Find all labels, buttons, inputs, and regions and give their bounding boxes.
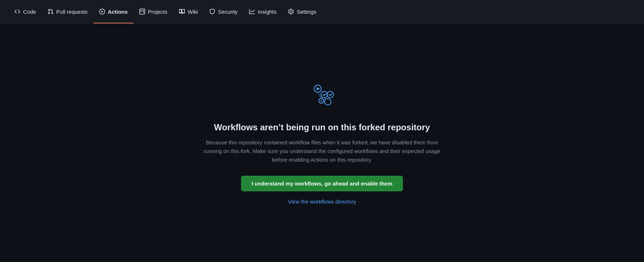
nav-item-actions[interactable]: Actions	[93, 0, 134, 23]
nav-label-code: Code	[23, 9, 36, 15]
nav-label-pull-requests: Pull requests	[56, 9, 88, 15]
page-title: Workflows aren’t being run on this forke…	[214, 122, 430, 132]
svg-marker-1	[317, 87, 320, 90]
nav-label-settings: Settings	[297, 9, 316, 15]
actions-icon	[99, 9, 105, 14]
enable-workflows-button[interactable]: I understand my workflows, go ahead and …	[241, 176, 403, 191]
nav-item-insights[interactable]: Insights	[243, 0, 282, 23]
nav-bar: Code Pull requests Actions Projects	[0, 0, 644, 23]
code-icon	[14, 9, 20, 14]
svg-line-8	[321, 92, 324, 92]
nav-item-code[interactable]: Code	[9, 0, 42, 23]
nav-label-actions: Actions	[108, 9, 128, 15]
nav-item-security[interactable]: Security	[204, 0, 243, 23]
svg-point-5	[320, 100, 322, 102]
nav-item-projects[interactable]: Projects	[134, 0, 173, 23]
insights-icon	[249, 9, 255, 14]
actions-workflow-illustration	[308, 81, 336, 111]
nav-item-pull-requests[interactable]: Pull requests	[42, 0, 93, 23]
nav-label-security: Security	[218, 9, 238, 15]
page-description: Because this repository contained workfl…	[199, 138, 445, 164]
projects-icon	[139, 9, 145, 14]
pull-request-icon	[48, 9, 53, 14]
nav-item-wiki[interactable]: Wiki	[173, 0, 204, 23]
security-icon	[209, 9, 215, 14]
settings-icon	[288, 9, 294, 14]
main-content: Workflows aren’t being run on this forke…	[0, 23, 644, 262]
wiki-icon	[179, 9, 185, 14]
svg-point-3	[327, 91, 334, 98]
nav-label-projects: Projects	[148, 9, 167, 15]
nav-label-insights: Insights	[258, 9, 277, 15]
nav-label-wiki: Wiki	[188, 9, 198, 15]
nav-item-settings[interactable]: Settings	[282, 0, 322, 23]
workflows-directory-link[interactable]: View the workflows directory	[288, 198, 356, 205]
